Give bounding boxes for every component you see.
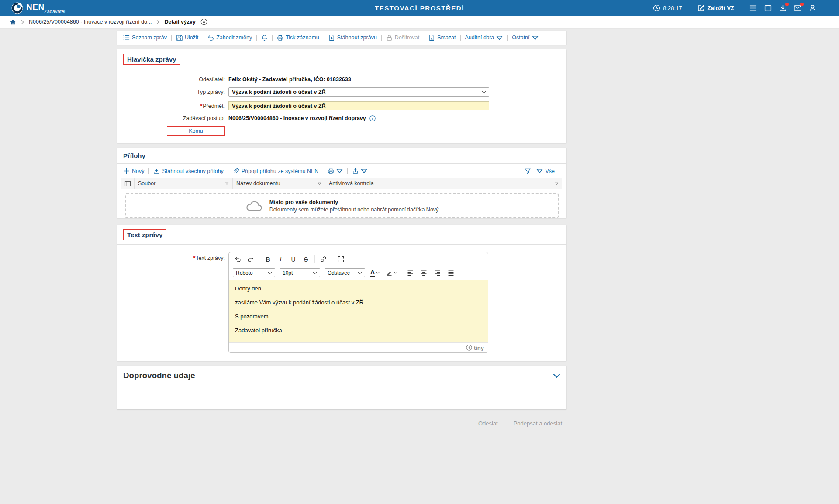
show-all-filter-button[interactable]: Vše <box>536 168 555 174</box>
attachments-dropzone[interactable]: Místo pro vaše dokumenty Dokumenty sem m… <box>125 193 559 218</box>
to-link[interactable]: Komu <box>189 128 203 134</box>
chevron-down-icon <box>394 272 397 274</box>
section-title-accompanying: Doprovodné údaje <box>123 371 195 380</box>
sender-value: Felix Okátý - Zadavatel příručka, IČO: 0… <box>228 76 560 83</box>
sign-and-send-button[interactable]: Podepsat a odeslat <box>514 420 562 427</box>
table-settings-cell[interactable] <box>121 178 135 189</box>
filter-button[interactable] <box>525 168 531 174</box>
column-header-soubor[interactable]: Soubor <box>135 178 233 189</box>
divider <box>560 168 560 174</box>
cloud-icon <box>245 200 263 212</box>
insert-link-button[interactable] <box>318 254 329 265</box>
collapse-chevron-icon[interactable] <box>553 373 560 378</box>
redo-button[interactable] <box>245 254 256 265</box>
text-color-button[interactable]: A <box>369 268 380 278</box>
home-button[interactable] <box>10 19 16 25</box>
column-filter-icon[interactable] <box>555 182 559 185</box>
downloads-button[interactable] <box>779 4 787 12</box>
underline-button[interactable]: U <box>287 254 299 265</box>
decrypt-button[interactable]: Dešifrovat <box>386 35 419 41</box>
italic-button[interactable]: I <box>275 254 287 265</box>
divider <box>381 35 382 41</box>
align-left-button[interactable] <box>404 268 416 278</box>
chevron-down-icon <box>482 91 486 93</box>
print-record-button[interactable]: Tisk záznamu <box>277 35 319 41</box>
attachments-filter-area: Vše <box>525 168 560 174</box>
message-type-select[interactable]: Výzva k podání žádosti o účast v ZŘ <box>228 87 489 97</box>
message-header-form: Odesílatel: Felix Okátý - Zadavatel přír… <box>117 69 566 143</box>
nen-home-link[interactable]: NEN Zadavatel <box>11 2 65 14</box>
column-filter-icon[interactable] <box>318 182 321 185</box>
main-menu-button[interactable] <box>749 4 757 12</box>
new-attachment-button[interactable]: Nový <box>123 168 144 174</box>
align-right-button[interactable] <box>432 268 443 278</box>
align-justify-icon <box>447 269 455 276</box>
profile-button[interactable] <box>809 4 816 12</box>
subject-input[interactable] <box>228 101 489 110</box>
share-icon <box>352 168 359 174</box>
divider <box>314 255 315 263</box>
attach-from-nen-button[interactable]: Připojit přílohu ze systému NEN <box>233 168 318 174</box>
notifications-button[interactable] <box>261 35 268 41</box>
discard-changes-button[interactable]: Zahodit změny <box>207 35 252 41</box>
save-button[interactable]: Uložit <box>176 35 198 41</box>
export-menu-button[interactable] <box>352 168 367 174</box>
font-family-select[interactable]: Roboto <box>233 268 275 277</box>
delete-button[interactable]: Smazat <box>428 35 456 41</box>
strikethrough-button[interactable]: S <box>300 254 312 265</box>
plus-icon <box>123 168 130 174</box>
dropdown-triangle-icon <box>336 168 343 174</box>
brand-role: Zadavatel <box>44 9 65 14</box>
dropzone-text: Místo pro vaše dokumenty Dokumenty sem m… <box>269 199 439 213</box>
undo-button[interactable] <box>232 254 244 265</box>
column-header-antivirova-kontrola[interactable]: Antivirová kontrola <box>325 178 562 189</box>
breadcrumb-procedure[interactable]: N006/25/V00004860 - Inovace v rozvoji ří… <box>29 19 152 25</box>
lock-icon <box>386 35 393 41</box>
print-menu-button[interactable] <box>328 168 343 174</box>
block-format-select[interactable]: Odstavec <box>325 268 365 277</box>
messages-button[interactable] <box>794 4 801 12</box>
attachments-toolbar: Nový Stáhnout všechny přílohy Připojit p… <box>117 164 566 178</box>
accompanying-head[interactable]: Doprovodné údaje <box>117 366 566 385</box>
attachments-head: Přílohy <box>117 148 566 164</box>
download-all-attachments-button[interactable]: Stáhnout všechny přílohy <box>153 168 223 174</box>
dropdown-triangle-icon <box>496 35 503 41</box>
info-icon[interactable] <box>369 115 376 121</box>
accompanying-section: Doprovodné údaje <box>117 366 566 409</box>
close-tab-button[interactable] <box>200 18 207 25</box>
save-icon <box>176 35 183 41</box>
audit-data-button[interactable]: Auditní data <box>465 35 503 41</box>
editor-paragraph: S pozdravem <box>235 313 482 320</box>
editor-content[interactable]: Dobrý den, zasíláme Vám výzvu k podání ž… <box>229 280 488 342</box>
column-filter-icon[interactable] <box>225 182 229 185</box>
dropdown-triangle-icon <box>532 35 539 41</box>
create-vz-button[interactable]: Založit VZ <box>697 4 734 12</box>
divider <box>272 35 273 41</box>
dropdown-triangle-icon <box>361 168 367 174</box>
fullscreen-button[interactable] <box>335 254 347 265</box>
required-mark: * <box>193 255 195 261</box>
download-message-button[interactable]: Stáhnout zprávu <box>328 35 377 41</box>
printer-icon <box>277 35 283 41</box>
align-justify-button[interactable] <box>445 268 457 278</box>
align-center-icon <box>420 269 428 276</box>
tiny-branding[interactable]: tiny <box>466 345 484 351</box>
divider <box>424 35 424 41</box>
highlighter-icon <box>386 269 393 276</box>
footer-actions: Odeslat Podepsat a odeslat <box>117 414 566 427</box>
calendar-button[interactable] <box>764 4 772 12</box>
message-list-button[interactable]: Seznam zpráv <box>123 35 167 41</box>
message-text-head: Text zprávy <box>117 225 566 245</box>
highlight-color-button[interactable] <box>385 268 398 278</box>
send-button[interactable]: Odeslat <box>478 420 498 427</box>
bold-button[interactable]: B <box>262 254 274 265</box>
align-center-button[interactable] <box>418 268 430 278</box>
other-actions-button[interactable]: Ostatní <box>512 35 538 41</box>
column-header-nazev-dokumentu[interactable]: Název dokumentu <box>233 178 325 189</box>
actions-toolbar: Seznam zpráv Uložit Zahodit změny Tisk z… <box>117 31 566 45</box>
rich-text-editor: B I U S Roboto <box>228 252 488 353</box>
divider <box>332 255 332 263</box>
divider <box>507 35 508 41</box>
font-size-select[interactable]: 10pt <box>280 268 320 277</box>
calendar-icon <box>764 4 772 12</box>
